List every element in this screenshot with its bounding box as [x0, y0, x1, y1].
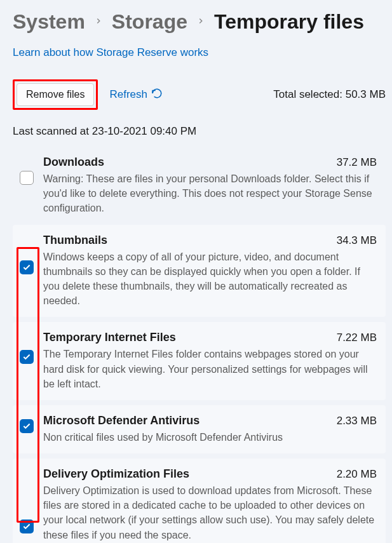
- checkbox-defender[interactable]: [20, 419, 34, 433]
- item-title: Temporary Internet Files: [43, 331, 176, 344]
- breadcrumb: System Storage Temporary files: [13, 10, 386, 34]
- checkbox-temp-internet[interactable]: [20, 350, 34, 364]
- actions-row: Remove files Refresh Total selected: 50.…: [13, 79, 386, 110]
- checkbox-downloads[interactable]: [20, 171, 34, 185]
- item-size: 2.33 MB: [337, 415, 377, 427]
- item-size: 34.3 MB: [337, 234, 377, 247]
- item-title: Thumbnails: [43, 234, 107, 247]
- breadcrumb-current: Temporary files: [214, 10, 364, 34]
- learn-link[interactable]: Learn about how Storage Reserve works: [13, 46, 208, 59]
- breadcrumb-storage[interactable]: Storage: [112, 10, 187, 34]
- checkbox-thumbnails[interactable]: [20, 260, 34, 274]
- item-defender[interactable]: Microsoft Defender Antivirus 2.33 MB Non…: [13, 405, 386, 453]
- item-desc: The Temporary Internet Files folder cont…: [43, 347, 377, 391]
- item-size: 7.22 MB: [337, 332, 377, 344]
- refresh-icon: [151, 88, 163, 102]
- refresh-button[interactable]: Refresh: [109, 88, 163, 102]
- item-desc: Delivery Optimization is used to downloa…: [43, 483, 377, 542]
- item-thumbnails[interactable]: Thumbnails 34.3 MB Windows keeps a copy …: [13, 225, 386, 318]
- item-size: 2.20 MB: [337, 468, 377, 481]
- item-temp-internet[interactable]: Temporary Internet Files 7.22 MB The Tem…: [13, 322, 386, 400]
- item-desc: Warning: These are files in your persona…: [43, 171, 377, 216]
- last-scanned: Last scanned at 23-10-2021 09:40 PM: [13, 125, 386, 138]
- item-title: Microsoft Defender Antivirus: [43, 414, 199, 427]
- items-list: Downloads 37.2 MB Warning: These are fil…: [13, 147, 386, 543]
- item-delivery-opt[interactable]: Delivery Optimization Files 2.20 MB Deli…: [13, 459, 386, 543]
- checkbox-delivery-opt[interactable]: [20, 520, 34, 533]
- item-desc: Windows keeps a copy of all of your pict…: [43, 250, 377, 309]
- item-title: Delivery Optimization Files: [43, 467, 189, 481]
- item-title: Downloads: [43, 156, 104, 169]
- chevron-right-icon: [94, 15, 103, 29]
- remove-files-button[interactable]: Remove files: [17, 83, 94, 106]
- item-downloads[interactable]: Downloads 37.2 MB Warning: These are fil…: [13, 147, 386, 225]
- chevron-right-icon: [196, 15, 205, 29]
- breadcrumb-system[interactable]: System: [13, 10, 85, 34]
- highlight-remove: Remove files: [13, 79, 98, 110]
- item-desc: Non critical files used by Microsoft Def…: [43, 430, 377, 445]
- total-selected: Total selected: 50.3 MB: [273, 88, 386, 101]
- refresh-label: Refresh: [109, 88, 147, 101]
- item-size: 37.2 MB: [337, 156, 377, 169]
